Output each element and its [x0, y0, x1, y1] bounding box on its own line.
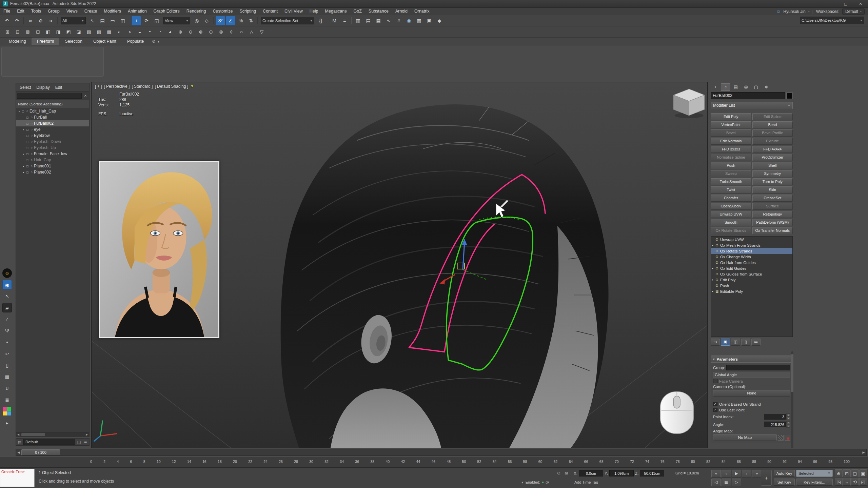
motion-tab[interactable]: ◎ [741, 83, 751, 91]
frame-tick-78[interactable]: 78 [676, 460, 680, 464]
menu-scripting[interactable]: Scripting [236, 8, 259, 15]
modifier-button-pathdeform-wsm[interactable]: PathDeform (WSM) [752, 219, 793, 226]
visibility-icon[interactable]: ○ [29, 128, 34, 131]
scrollbar-thumb[interactable] [21, 433, 45, 436]
previous-frame-icon[interactable]: ◀ [16, 451, 21, 454]
pin-stack-icon[interactable]: ⊸ [711, 339, 720, 346]
tree-expand-icon[interactable]: ▸ [22, 152, 25, 156]
group-field[interactable] [726, 365, 790, 370]
modify-tab[interactable]: ◔ [721, 83, 730, 91]
modifier-button-vertexpaint[interactable]: VertexPaint [711, 121, 751, 128]
frame-tick-56[interactable]: 56 [508, 460, 512, 464]
key-step-back-icon[interactable]: ◁ [711, 479, 721, 486]
undo-arrow-icon[interactable]: ↩ [2, 349, 12, 359]
ornatrix-character-icon[interactable]: ☺ [2, 268, 12, 278]
magnet-icon[interactable]: ∪ [2, 384, 12, 393]
menu-substance[interactable]: Substance [365, 8, 392, 15]
create-key-button[interactable]: + [761, 470, 772, 486]
stack-expand-icon[interactable]: ▸ [712, 290, 715, 293]
redo-icon[interactable]: ↷ [12, 16, 22, 25]
undo-icon[interactable]: ↶ [2, 16, 12, 25]
frame-tick-64[interactable]: 64 [569, 460, 573, 464]
visibility-icon[interactable]: ○ [29, 152, 34, 156]
frame-tick-12[interactable]: 12 [172, 460, 176, 464]
explorer-column-header[interactable]: Name (Sorted Ascending) [16, 100, 89, 108]
tree-row-edit-hair-cap[interactable]: ▾▢○Edit_Hair_Cap [16, 108, 89, 114]
menu-tools[interactable]: Tools [28, 8, 44, 15]
select-by-name-icon[interactable]: ▤ [98, 16, 107, 25]
perspective-viewport[interactable]: [ + ] [ Perspective ] [ Standard ] [ Def… [91, 82, 708, 448]
tree-row-eye[interactable]: ▸▢○eye [16, 126, 89, 133]
frame-tick-54[interactable]: 54 [493, 460, 497, 464]
face-camera-checkbox[interactable]: Face Camera [713, 379, 790, 383]
maximize-viewport-icon[interactable]: ◰ [859, 478, 867, 486]
tree-expand-icon[interactable]: ▸ [22, 165, 25, 168]
use-pivot-center-icon[interactable]: ◎ [192, 16, 201, 25]
ribbon-overflow-icon[interactable]: ⊙ [152, 38, 155, 45]
edit-named-sets-icon[interactable]: {} [316, 16, 326, 25]
viewport-menu-shading[interactable]: [ Default Shading ] [155, 84, 188, 89]
modifier-button-symmetry[interactable]: Symmetry [752, 170, 793, 177]
frame-tick-58[interactable]: 58 [523, 460, 527, 464]
frame-tick-30[interactable]: 30 [309, 460, 313, 464]
modifier-button-prooptimizer[interactable]: ProOptimizer [752, 154, 793, 161]
viewcube[interactable] [673, 89, 704, 118]
make-unique-icon[interactable]: ◫ [731, 339, 740, 346]
stack-expand-icon[interactable]: ▸ [712, 244, 715, 247]
visibility-icon[interactable]: ○ [29, 146, 34, 149]
poly-tool-icon-11[interactable]: ▩ [104, 27, 114, 37]
delete-trash-icon[interactable]: ▯ [2, 361, 12, 370]
frame-tick-20[interactable]: 20 [233, 460, 237, 464]
use-last-point-checkbox[interactable]: ✓ Use Last Point [713, 408, 790, 412]
rendered-frame-window-icon[interactable]: ▣ [425, 16, 434, 25]
poly-tool-icon-8[interactable]: ◪ [74, 27, 83, 37]
poly-tool-icon-5[interactable]: ◧ [43, 27, 53, 37]
frame-tick-62[interactable]: 62 [554, 460, 558, 464]
modifier-button-surface[interactable]: Surface [752, 203, 793, 210]
poly-tool-icon-4[interactable]: ⊡ [33, 27, 43, 37]
frame-tick-88[interactable]: 88 [752, 460, 756, 464]
stack-item-ox-rotate-strands[interactable]: ⊙Ox Rotate Strands [711, 248, 792, 254]
frame-tick-14[interactable]: 14 [187, 460, 191, 464]
visibility-icon[interactable]: ○ [29, 170, 34, 174]
modifier-button-edit-normals[interactable]: Edit Normals [711, 138, 751, 145]
align-icon[interactable]: ≡ [340, 16, 349, 25]
modifier-button-push[interactable]: Push [711, 162, 751, 169]
orbit-icon[interactable]: ⟲ [851, 478, 859, 486]
spinner-snap-icon[interactable]: ⇅ [246, 16, 256, 25]
show-end-result-icon[interactable]: ▣ [721, 339, 730, 346]
set-key-button[interactable]: Set Key [774, 479, 795, 486]
scrollbar-thumb[interactable] [791, 354, 793, 392]
modifier-list-dropdown[interactable]: Modifier List ▼ [711, 102, 793, 109]
hair-pen-icon[interactable]: ∕ [2, 314, 12, 324]
modifier-button-skin[interactable]: Skin [752, 186, 793, 194]
ribbon-tab-freeform[interactable]: Freeform [32, 38, 60, 45]
frame-tick-24[interactable]: 24 [263, 460, 268, 464]
current-layer-field[interactable]: Default [23, 439, 75, 445]
frame-tick-28[interactable]: 28 [294, 460, 298, 464]
menu-animation[interactable]: Animation [124, 8, 150, 15]
modifier-button-turn-to-poly[interactable]: Turn to Poly [752, 178, 793, 185]
modifier-button-ffd-3x3x3[interactable]: FFD 3x3x3 [711, 146, 751, 153]
poly-tool-icon-19[interactable]: ⊖ [186, 27, 195, 37]
menu-arnold[interactable]: Arnold [392, 8, 411, 15]
frame-tick-84[interactable]: 84 [722, 460, 726, 464]
poly-tool-icon-26[interactable]: ▽ [257, 27, 267, 37]
frame-tick-70[interactable]: 70 [615, 460, 619, 464]
angle-snap-icon[interactable]: ∠ [226, 16, 235, 25]
frame-tick-2[interactable]: 2 [103, 460, 105, 464]
menu-views[interactable]: Views [63, 8, 81, 15]
visibility-icon[interactable]: ○ [29, 164, 34, 168]
visibility-icon[interactable]: ○ [29, 122, 34, 125]
poly-tool-icon-16[interactable]: ◔ [155, 27, 165, 37]
panel-scrollbar[interactable] [791, 351, 793, 448]
curve-editor-icon[interactable]: ∿ [384, 16, 393, 25]
named-selection-sets-dropdown[interactable]: Create Selection Set▼ [261, 17, 314, 24]
select-object-icon[interactable]: ↖ [87, 16, 97, 25]
visibility-icon[interactable]: ○ [29, 134, 34, 137]
global-angle-section[interactable]: Global Angle [713, 372, 790, 378]
frame-tick-98[interactable]: 98 [828, 460, 832, 464]
menu-file[interactable]: File [0, 8, 14, 15]
schematic-view-icon[interactable]: # [394, 16, 403, 25]
spinner-arrows-icon[interactable]: ▴▾ [786, 413, 790, 420]
